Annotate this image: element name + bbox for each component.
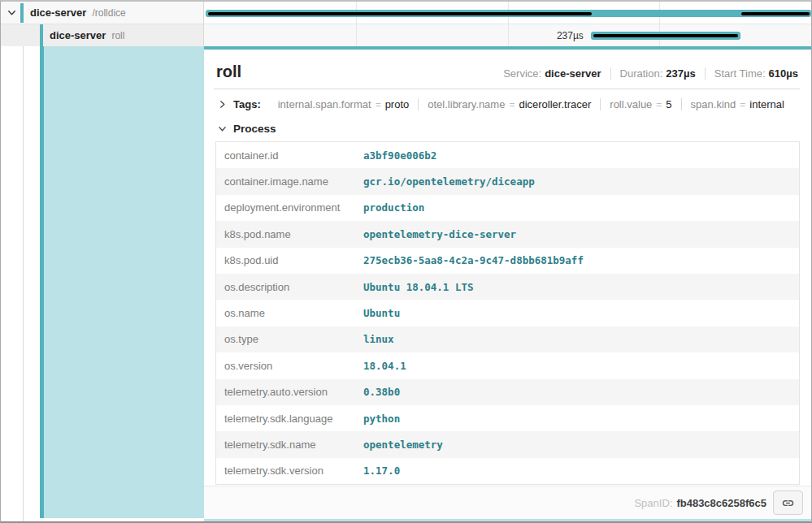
meta-label: Service: [503, 67, 541, 80]
span-detail-panel: roll Service:dice-server Duration:237µs … [204, 46, 811, 519]
span-row-roll-selected[interactable]: dice-server roll [1, 24, 204, 46]
row-key: k8s.pod.uid [216, 254, 363, 266]
chevron-down-icon[interactable] [216, 123, 228, 135]
row-key: telemetry.auto.version [216, 386, 363, 398]
row-value: 1.17.0 [363, 465, 400, 477]
chevron-right-icon[interactable] [216, 99, 228, 110]
timeline-row-rolldice [204, 2, 811, 24]
span-title: roll [216, 63, 241, 81]
span-self-time-segment [593, 34, 739, 37]
meta-value: dice-server [545, 67, 601, 80]
span-deeplink-button[interactable] [773, 491, 803, 515]
span-duration-label: 237µs [557, 30, 584, 41]
row-key: telemetry.sdk.name [216, 439, 363, 451]
row-value: 275ecb36-5aa8-4c2a-9c47-d8bb681b9aff [363, 254, 584, 266]
row-value: opentelemetry [363, 439, 443, 451]
row-key: k8s.pod.name [216, 228, 363, 240]
service-name: dice-server [50, 29, 106, 41]
span-self-time-segment [208, 12, 592, 15]
row-value: a3bf90e006b2 [363, 149, 436, 162]
row-key: os.description [216, 281, 363, 293]
row-key: telemetry.sdk.version [216, 465, 363, 477]
tag-otel-library-name: otel.library.name = diceroller.tracer [419, 98, 601, 110]
process-label: Process [233, 123, 276, 135]
row-key: container.image.name [216, 175, 363, 188]
tag-equals: = [656, 99, 662, 110]
tag-value: internal [749, 98, 784, 110]
table-row: telemetry.sdk.languagepython [216, 405, 799, 431]
tag-span-kind: span.kind = internal [682, 98, 793, 110]
tag-equals: = [740, 99, 745, 110]
tag-key: roll.value [610, 98, 652, 110]
meta-start-time: Start Time:610µs [706, 67, 798, 80]
row-key: os.type [216, 333, 363, 345]
selected-span-accent-fill [44, 46, 204, 518]
row-value: 0.38b0 [363, 386, 400, 398]
row-value: Ubuntu [363, 307, 400, 319]
table-row: deployment.environmentproduction [216, 195, 799, 221]
meta-duration: Duration:237µs [611, 67, 706, 80]
table-row: k8s.pod.uid275ecb36-5aa8-4c2a-9c47-d8bb6… [216, 248, 799, 274]
tag-key: otel.library.name [428, 98, 505, 110]
row-key: deployment.environment [216, 201, 363, 214]
span-bar-roll[interactable] [591, 32, 741, 40]
span-name-column: dice-server /rolldice dice-server roll [1, 2, 204, 46]
row-key: container.id [216, 149, 363, 162]
row-key: telemetry.sdk.language [216, 413, 363, 425]
tag-value: 5 [666, 98, 671, 110]
table-row: os.descriptionUbuntu 18.04.1 LTS [216, 274, 799, 300]
table-row: telemetry.sdk.version1.17.0 [216, 458, 799, 484]
tag-key: span.kind [691, 98, 736, 110]
service-name: dice-server [30, 6, 86, 19]
table-row: k8s.pod.nameopentelemetry-dice-server [216, 221, 799, 247]
tags-accordion-header[interactable]: Tags: internal.span.format = proto otel.… [214, 89, 800, 118]
tag-key: internal.span.format [278, 98, 371, 110]
span-meta: Service:dice-server Duration:237µs Start… [494, 67, 798, 80]
span-bar-rolldice[interactable] [206, 10, 811, 17]
span-detail-footer: SpanID: fb483c8c6258f6c5 [204, 486, 811, 519]
tag-internal-span-format: internal.span.format = proto [269, 98, 419, 110]
tag-equals: = [509, 99, 515, 110]
collapse-chevron-down-icon[interactable] [6, 7, 17, 19]
row-value: linux [363, 333, 394, 345]
span-detail-header: roll Service:dice-server Duration:237µs … [214, 50, 800, 89]
timeline-gridline [508, 24, 509, 46]
timeline-row-roll: 237µs [204, 24, 811, 46]
tag-roll-value: roll.value = 5 [601, 98, 681, 110]
tag-value: proto [385, 98, 410, 110]
operation-name: roll [111, 30, 124, 41]
row-value: python [363, 413, 400, 425]
row-value: 18.04.1 [363, 360, 406, 372]
tree-indent-guide [23, 24, 24, 521]
tag-value: diceroller.tracer [519, 98, 591, 110]
row-key: os.version [216, 360, 363, 372]
trace-timeline: 237µs [204, 2, 811, 46]
spanid-value: fb483c8c6258f6c5 [676, 497, 766, 509]
meta-value: 610µs [769, 67, 798, 80]
link-icon [781, 496, 795, 510]
row-value: production [363, 201, 424, 214]
spanid-label: SpanID: [634, 497, 672, 509]
meta-service: Service:dice-server [494, 67, 610, 80]
jaeger-trace-window: dice-server /rolldice dice-server roll 2… [0, 0, 812, 523]
service-color-swatch [20, 3, 24, 23]
table-row: container.ida3bf90e006b2 [216, 142, 799, 168]
meta-value: 237µs [666, 67, 695, 80]
row-value: gcr.io/opentelemetry/diceapp [363, 175, 535, 188]
row-key: os.name [216, 307, 363, 319]
table-row: os.nameUbuntu [216, 300, 799, 326]
tags-label: Tags: [233, 98, 261, 110]
meta-label: Start Time: [714, 67, 766, 80]
process-accordion-header[interactable]: Process [214, 118, 800, 141]
span-row-rolldice[interactable]: dice-server /rolldice [1, 2, 204, 24]
operation-name: /rolldice [92, 7, 125, 19]
row-value: opentelemetry-dice-server [363, 228, 516, 240]
table-row: container.image.namegcr.io/opentelemetry… [216, 168, 799, 194]
row-value: Ubuntu 18.04.1 LTS [363, 281, 473, 293]
span-self-time-segment [741, 12, 810, 15]
meta-label: Duration: [620, 67, 663, 80]
service-color-swatch [40, 24, 43, 46]
table-row: os.typelinux [216, 326, 799, 352]
table-row: telemetry.auto.version0.38b0 [216, 379, 799, 405]
timeline-gridline [356, 24, 357, 46]
